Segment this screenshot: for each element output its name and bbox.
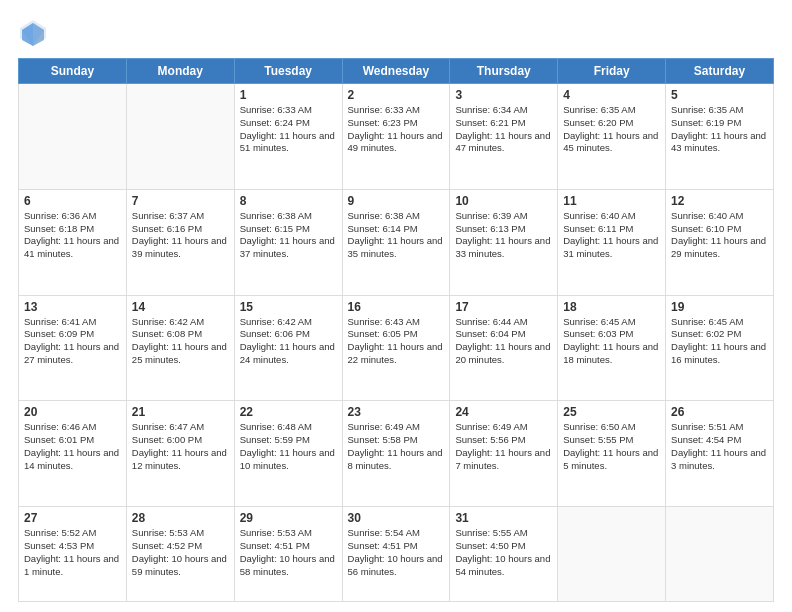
- cell-info: Sunrise: 5:55 AM Sunset: 4:50 PM Dayligh…: [455, 527, 552, 578]
- page: SundayMondayTuesdayWednesdayThursdayFrid…: [0, 0, 792, 612]
- day-number: 4: [563, 88, 660, 102]
- calendar-cell: 30Sunrise: 5:54 AM Sunset: 4:51 PM Dayli…: [342, 507, 450, 602]
- calendar-cell: 15Sunrise: 6:42 AM Sunset: 6:06 PM Dayli…: [234, 295, 342, 401]
- calendar-row-4: 27Sunrise: 5:52 AM Sunset: 4:53 PM Dayli…: [19, 507, 774, 602]
- calendar-cell: 25Sunrise: 6:50 AM Sunset: 5:55 PM Dayli…: [558, 401, 666, 507]
- calendar-cell: 8Sunrise: 6:38 AM Sunset: 6:15 PM Daylig…: [234, 189, 342, 295]
- cell-info: Sunrise: 6:38 AM Sunset: 6:14 PM Dayligh…: [348, 210, 445, 261]
- cell-info: Sunrise: 6:41 AM Sunset: 6:09 PM Dayligh…: [24, 316, 121, 367]
- day-number: 26: [671, 405, 768, 419]
- cell-info: Sunrise: 6:45 AM Sunset: 6:03 PM Dayligh…: [563, 316, 660, 367]
- calendar-row-1: 6Sunrise: 6:36 AM Sunset: 6:18 PM Daylig…: [19, 189, 774, 295]
- calendar-row-2: 13Sunrise: 6:41 AM Sunset: 6:09 PM Dayli…: [19, 295, 774, 401]
- cell-info: Sunrise: 6:40 AM Sunset: 6:11 PM Dayligh…: [563, 210, 660, 261]
- cell-info: Sunrise: 6:46 AM Sunset: 6:01 PM Dayligh…: [24, 421, 121, 472]
- cell-info: Sunrise: 6:44 AM Sunset: 6:04 PM Dayligh…: [455, 316, 552, 367]
- calendar-cell: 20Sunrise: 6:46 AM Sunset: 6:01 PM Dayli…: [19, 401, 127, 507]
- day-number: 8: [240, 194, 337, 208]
- day-number: 17: [455, 300, 552, 314]
- day-number: 23: [348, 405, 445, 419]
- calendar-cell: 6Sunrise: 6:36 AM Sunset: 6:18 PM Daylig…: [19, 189, 127, 295]
- cell-info: Sunrise: 6:39 AM Sunset: 6:13 PM Dayligh…: [455, 210, 552, 261]
- calendar-cell: 31Sunrise: 5:55 AM Sunset: 4:50 PM Dayli…: [450, 507, 558, 602]
- cell-info: Sunrise: 6:37 AM Sunset: 6:16 PM Dayligh…: [132, 210, 229, 261]
- calendar-cell: 14Sunrise: 6:42 AM Sunset: 6:08 PM Dayli…: [126, 295, 234, 401]
- cell-info: Sunrise: 6:36 AM Sunset: 6:18 PM Dayligh…: [24, 210, 121, 261]
- cell-info: Sunrise: 6:40 AM Sunset: 6:10 PM Dayligh…: [671, 210, 768, 261]
- calendar-cell: [666, 507, 774, 602]
- calendar-cell: 9Sunrise: 6:38 AM Sunset: 6:14 PM Daylig…: [342, 189, 450, 295]
- calendar-cell: 12Sunrise: 6:40 AM Sunset: 6:10 PM Dayli…: [666, 189, 774, 295]
- day-number: 12: [671, 194, 768, 208]
- calendar-cell: 26Sunrise: 5:51 AM Sunset: 4:54 PM Dayli…: [666, 401, 774, 507]
- day-number: 18: [563, 300, 660, 314]
- calendar-table: SundayMondayTuesdayWednesdayThursdayFrid…: [18, 58, 774, 602]
- logo: [18, 18, 52, 48]
- cell-info: Sunrise: 6:45 AM Sunset: 6:02 PM Dayligh…: [671, 316, 768, 367]
- weekday-monday: Monday: [126, 59, 234, 84]
- weekday-saturday: Saturday: [666, 59, 774, 84]
- cell-info: Sunrise: 6:47 AM Sunset: 6:00 PM Dayligh…: [132, 421, 229, 472]
- calendar-cell: 7Sunrise: 6:37 AM Sunset: 6:16 PM Daylig…: [126, 189, 234, 295]
- day-number: 14: [132, 300, 229, 314]
- calendar-cell: [558, 507, 666, 602]
- weekday-tuesday: Tuesday: [234, 59, 342, 84]
- day-number: 15: [240, 300, 337, 314]
- day-number: 10: [455, 194, 552, 208]
- cell-info: Sunrise: 6:48 AM Sunset: 5:59 PM Dayligh…: [240, 421, 337, 472]
- day-number: 30: [348, 511, 445, 525]
- calendar-cell: 2Sunrise: 6:33 AM Sunset: 6:23 PM Daylig…: [342, 84, 450, 190]
- cell-info: Sunrise: 6:49 AM Sunset: 5:58 PM Dayligh…: [348, 421, 445, 472]
- calendar-cell: 27Sunrise: 5:52 AM Sunset: 4:53 PM Dayli…: [19, 507, 127, 602]
- header: [18, 18, 774, 48]
- cell-info: Sunrise: 5:53 AM Sunset: 4:52 PM Dayligh…: [132, 527, 229, 578]
- cell-info: Sunrise: 6:49 AM Sunset: 5:56 PM Dayligh…: [455, 421, 552, 472]
- weekday-thursday: Thursday: [450, 59, 558, 84]
- day-number: 11: [563, 194, 660, 208]
- cell-info: Sunrise: 6:33 AM Sunset: 6:24 PM Dayligh…: [240, 104, 337, 155]
- calendar-cell: 19Sunrise: 6:45 AM Sunset: 6:02 PM Dayli…: [666, 295, 774, 401]
- calendar-cell: 24Sunrise: 6:49 AM Sunset: 5:56 PM Dayli…: [450, 401, 558, 507]
- calendar-cell: 4Sunrise: 6:35 AM Sunset: 6:20 PM Daylig…: [558, 84, 666, 190]
- calendar-row-0: 1Sunrise: 6:33 AM Sunset: 6:24 PM Daylig…: [19, 84, 774, 190]
- cell-info: Sunrise: 6:43 AM Sunset: 6:05 PM Dayligh…: [348, 316, 445, 367]
- calendar-cell: [19, 84, 127, 190]
- calendar-cell: 10Sunrise: 6:39 AM Sunset: 6:13 PM Dayli…: [450, 189, 558, 295]
- day-number: 19: [671, 300, 768, 314]
- day-number: 2: [348, 88, 445, 102]
- day-number: 27: [24, 511, 121, 525]
- cell-info: Sunrise: 5:51 AM Sunset: 4:54 PM Dayligh…: [671, 421, 768, 472]
- calendar-cell: 11Sunrise: 6:40 AM Sunset: 6:11 PM Dayli…: [558, 189, 666, 295]
- calendar-cell: 13Sunrise: 6:41 AM Sunset: 6:09 PM Dayli…: [19, 295, 127, 401]
- calendar-cell: 21Sunrise: 6:47 AM Sunset: 6:00 PM Dayli…: [126, 401, 234, 507]
- cell-info: Sunrise: 6:42 AM Sunset: 6:06 PM Dayligh…: [240, 316, 337, 367]
- day-number: 5: [671, 88, 768, 102]
- cell-info: Sunrise: 6:35 AM Sunset: 6:19 PM Dayligh…: [671, 104, 768, 155]
- day-number: 21: [132, 405, 229, 419]
- calendar-cell: 3Sunrise: 6:34 AM Sunset: 6:21 PM Daylig…: [450, 84, 558, 190]
- calendar-cell: 17Sunrise: 6:44 AM Sunset: 6:04 PM Dayli…: [450, 295, 558, 401]
- calendar-cell: 16Sunrise: 6:43 AM Sunset: 6:05 PM Dayli…: [342, 295, 450, 401]
- weekday-header-row: SundayMondayTuesdayWednesdayThursdayFrid…: [19, 59, 774, 84]
- day-number: 22: [240, 405, 337, 419]
- day-number: 3: [455, 88, 552, 102]
- day-number: 29: [240, 511, 337, 525]
- day-number: 13: [24, 300, 121, 314]
- calendar-cell: [126, 84, 234, 190]
- day-number: 24: [455, 405, 552, 419]
- day-number: 20: [24, 405, 121, 419]
- cell-info: Sunrise: 6:38 AM Sunset: 6:15 PM Dayligh…: [240, 210, 337, 261]
- calendar-cell: 1Sunrise: 6:33 AM Sunset: 6:24 PM Daylig…: [234, 84, 342, 190]
- cell-info: Sunrise: 6:35 AM Sunset: 6:20 PM Dayligh…: [563, 104, 660, 155]
- cell-info: Sunrise: 5:54 AM Sunset: 4:51 PM Dayligh…: [348, 527, 445, 578]
- day-number: 9: [348, 194, 445, 208]
- day-number: 28: [132, 511, 229, 525]
- cell-info: Sunrise: 6:50 AM Sunset: 5:55 PM Dayligh…: [563, 421, 660, 472]
- day-number: 6: [24, 194, 121, 208]
- cell-info: Sunrise: 5:53 AM Sunset: 4:51 PM Dayligh…: [240, 527, 337, 578]
- calendar-cell: 5Sunrise: 6:35 AM Sunset: 6:19 PM Daylig…: [666, 84, 774, 190]
- calendar-cell: 23Sunrise: 6:49 AM Sunset: 5:58 PM Dayli…: [342, 401, 450, 507]
- day-number: 1: [240, 88, 337, 102]
- cell-info: Sunrise: 5:52 AM Sunset: 4:53 PM Dayligh…: [24, 527, 121, 578]
- day-number: 25: [563, 405, 660, 419]
